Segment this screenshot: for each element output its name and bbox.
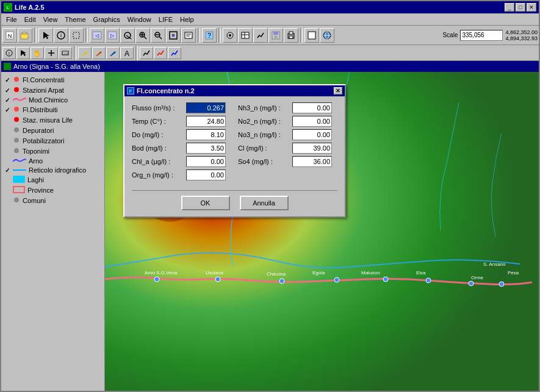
toolbar-1: N i ◁ ▷	[1, 26, 539, 45]
svg-text:N: N	[8, 33, 12, 39]
menu-graphics[interactable]: Graphics	[90, 15, 124, 24]
label-chla: Chl_a (μg/l) :	[132, 158, 184, 165]
layer-list: ✓Fl.Concentrati✓Stazioni Arpat✓Mod.Chimi…	[2, 75, 103, 205]
map-container[interactable]: Arno S.G.Vena Usciana Chiecina Egola Mal…	[105, 72, 539, 391]
tb-zoom-out[interactable]	[151, 28, 165, 43]
input-do[interactable]	[186, 129, 226, 140]
menu-edit[interactable]: Edit	[21, 15, 40, 24]
ok-button[interactable]: OK	[181, 196, 230, 210]
menu-view[interactable]: View	[40, 15, 62, 24]
tb-arrow[interactable]	[38, 28, 53, 43]
layer-item-arno[interactable]: Arno	[2, 157, 103, 165]
tb2-edit2[interactable]	[92, 47, 106, 59]
input-nh3n[interactable]	[292, 102, 332, 113]
layer-check-2[interactable]: ✓	[4, 96, 11, 104]
close-button[interactable]: ✕	[527, 3, 536, 12]
cancel-button[interactable]: Annulla	[240, 196, 289, 210]
layer-item-staz.-misura-life[interactable]: Staz. misura Life	[2, 115, 103, 125]
input-chla[interactable]	[186, 156, 226, 167]
tb-full-extent[interactable]	[166, 28, 181, 43]
tb-print[interactable]	[284, 28, 298, 43]
tb-select[interactable]	[69, 28, 84, 43]
layer-item-laghi[interactable]: Laghi	[2, 175, 103, 185]
svg-rect-25	[185, 32, 192, 38]
tb-zoom-in[interactable]	[135, 28, 150, 43]
tb2-graph2[interactable]	[154, 47, 167, 59]
layer-check-8[interactable]	[4, 157, 11, 165]
layer-check-11[interactable]	[4, 187, 11, 194]
layer-item-stazioni-arpat[interactable]: ✓Stazioni Arpat	[2, 85, 103, 95]
tb2-measure[interactable]: cm	[59, 47, 72, 59]
tb2-info[interactable]: i	[2, 47, 16, 59]
tb-open[interactable]	[18, 28, 32, 43]
dialog-close-button[interactable]: ✕	[334, 87, 342, 94]
tb-info[interactable]: i	[54, 28, 68, 43]
tb2-text[interactable]: A	[120, 47, 134, 59]
svg-text:i: i	[9, 51, 10, 56]
layer-icon-2	[13, 96, 26, 104]
layer-label-10: Laghi	[27, 176, 44, 184]
layer-check-10[interactable]	[4, 176, 11, 184]
layer-check-4[interactable]	[4, 116, 11, 124]
input-orgn[interactable]	[186, 169, 226, 180]
menu-file[interactable]: File	[2, 15, 21, 24]
sidebar: ✓Fl.Concentrati✓Stazioni Arpat✓Mod.Chimi…	[1, 72, 105, 391]
tb-pan[interactable]	[120, 28, 135, 43]
layer-check-5[interactable]	[4, 127, 11, 134]
tb-zoom-window[interactable]	[304, 28, 319, 43]
layer-check-7[interactable]	[4, 148, 11, 155]
input-temp[interactable]	[186, 116, 226, 127]
menu-window[interactable]: Window	[124, 15, 155, 24]
menu-theme[interactable]: Theme	[61, 15, 89, 24]
input-no3n[interactable]	[292, 129, 332, 140]
layer-item-comuni[interactable]: Comuni	[2, 196, 103, 205]
layer-check-9[interactable]: ✓	[4, 166, 11, 174]
layer-check-0[interactable]: ✓	[4, 76, 11, 84]
input-bod[interactable]	[186, 143, 226, 154]
layer-icon-1	[13, 86, 20, 94]
tb-globe[interactable]	[320, 28, 334, 43]
tb-table[interactable]	[238, 28, 253, 43]
tb2-hand[interactable]: ✋	[31, 47, 44, 59]
tb2-graph1[interactable]	[140, 47, 153, 59]
tb-save[interactable]	[268, 28, 283, 43]
input-flusso[interactable]	[186, 102, 226, 113]
layer-check-12[interactable]	[4, 197, 11, 204]
maximize-button[interactable]: □	[516, 3, 525, 12]
layer-item-toponimi[interactable]: Toponimi	[2, 146, 103, 156]
layer-item-reticolo-idrografico[interactable]: ✓Reticolo idrografico	[2, 166, 103, 174]
tb-settings[interactable]	[223, 28, 237, 43]
layer-item-potabilizzatori[interactable]: Potabilizzatori	[2, 136, 103, 146]
menu-help[interactable]: Help	[176, 15, 198, 24]
layer-check-6[interactable]	[4, 137, 11, 144]
tb-graph[interactable]	[253, 28, 268, 43]
layer-item-fl.concentrati[interactable]: ✓Fl.Concentrati	[2, 75, 103, 85]
tb2-arrow[interactable]	[16, 47, 30, 59]
menu-life[interactable]: LIFE	[155, 15, 176, 24]
input-cl[interactable]	[292, 143, 332, 154]
scale-input[interactable]	[460, 30, 503, 41]
tb2-edit1[interactable]	[78, 47, 92, 59]
layer-icon-10	[13, 176, 25, 184]
layer-item-depuratori[interactable]: Depuratori	[2, 126, 103, 135]
layer-label-12: Comuni	[23, 197, 46, 204]
minimize-button[interactable]: _	[505, 3, 514, 12]
input-no2n[interactable]	[292, 116, 332, 127]
layer-label-9: Reticolo idrografico	[29, 166, 86, 174]
tb-identify[interactable]: ?	[202, 28, 217, 43]
tb2-edit3[interactable]	[106, 47, 120, 59]
input-so4[interactable]	[292, 156, 332, 167]
layer-item-province[interactable]: Province	[2, 185, 103, 195]
tb-new[interactable]: N	[2, 28, 17, 43]
layer-item-fl.distribuiti[interactable]: ✓Fl.Distribuiti	[2, 105, 103, 115]
layer-item-mod.chimico[interactable]: ✓Mod.Chimico	[2, 96, 103, 104]
layer-check-1[interactable]: ✓	[4, 87, 11, 94]
tb2-graph3[interactable]	[168, 47, 181, 59]
tb-zoom-next[interactable]: ▷	[105, 28, 120, 43]
tb-refresh[interactable]	[181, 28, 196, 43]
layer-check-3[interactable]: ✓	[4, 106, 11, 113]
dialog-content: Flusso (m³/s) : Temp (C°) : Do (mg/l) :	[124, 96, 345, 216]
svg-text:▷: ▷	[110, 33, 115, 38]
tb-zoom-prev[interactable]: ◁	[90, 28, 104, 43]
tb2-cross[interactable]	[45, 47, 58, 59]
